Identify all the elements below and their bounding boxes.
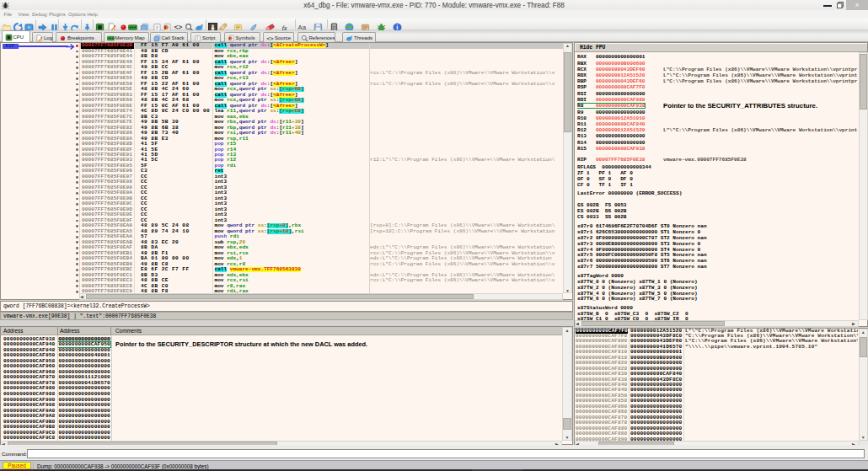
svg-text:J: J [196,35,198,40]
svg-text:<>: <> [266,35,273,41]
